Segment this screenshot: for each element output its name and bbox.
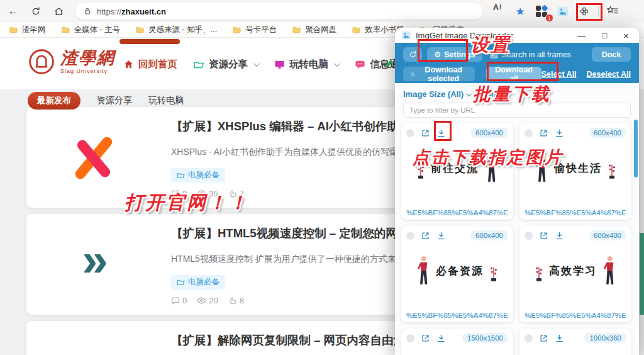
image-size-dropdown[interactable]: Image Size (All)	[403, 89, 470, 99]
download-icon[interactable]	[436, 334, 446, 343]
site-subtitle: Slag University	[60, 68, 115, 74]
folder-icon	[292, 25, 301, 35]
select-circle[interactable]	[406, 334, 414, 342]
select-circle[interactable]	[525, 232, 533, 240]
download-icon[interactable]	[436, 231, 446, 240]
folder-icon	[61, 25, 70, 35]
download-icon[interactable]	[555, 231, 564, 240]
extensions-button[interactable]: 1	[532, 3, 551, 20]
select-circle[interactable]	[525, 334, 533, 342]
image-size-badge: 1500x1500	[462, 333, 508, 343]
image-preview: 必备资源	[406, 240, 508, 301]
tab-resources[interactable]: 资源分享	[97, 95, 132, 106]
bookmark-item[interactable]: 全媒体 - 主号	[61, 25, 121, 35]
minimize-button[interactable]: —	[577, 31, 586, 40]
refresh-icon	[409, 50, 417, 59]
annotation-settings: 设置	[470, 33, 511, 58]
site-logo[interactable]: 渣學網 Slag University	[28, 48, 115, 76]
page-edge-sliver	[640, 233, 644, 315]
image-card[interactable]: 1000x360 渣學網	[519, 329, 631, 355]
popup-toolbar: ⚙Settings ✓ Search in all frames Dock Do…	[395, 43, 639, 83]
download-icon[interactable]	[555, 334, 564, 343]
red-underline-indicator	[119, 39, 180, 44]
home-button[interactable]	[49, 3, 68, 20]
bookmark-item[interactable]: 渣学网	[9, 25, 46, 35]
nav-label: 回到首页	[138, 58, 177, 71]
popup-titlebar[interactable]: ImgGet Image Downloader — □ ×	[395, 28, 639, 43]
select-circle[interactable]	[406, 232, 414, 240]
download-icon[interactable]	[436, 128, 446, 138]
close-button[interactable]: ×	[623, 31, 629, 40]
maximize-button[interactable]: □	[602, 31, 607, 40]
address-bar[interactable]: https://zhaxueit.cn	[75, 3, 483, 20]
popup-scrollbar-thumb[interactable]	[634, 120, 638, 178]
home-icon	[53, 6, 64, 17]
nav-item[interactable]: 回到首页	[123, 58, 177, 71]
image-preview: 高效学习	[525, 240, 626, 301]
imgget-icon	[401, 30, 411, 40]
nav-item[interactable]: 资源分享	[194, 58, 258, 71]
image-card[interactable]: 600x400 必备资源 %E5%BF%85%E5%A4%87%E8%B...	[401, 226, 513, 322]
download-icon[interactable]	[555, 128, 564, 138]
expand-icon[interactable]	[421, 334, 430, 343]
image-card[interactable]: 1500x1500	[401, 329, 513, 355]
nav-item[interactable]: 玩转电脑	[274, 58, 338, 71]
comments-stat: 0	[171, 296, 187, 305]
favorites-bar-button[interactable]	[603, 3, 622, 20]
category-badge[interactable]: 电脑必备	[171, 275, 225, 290]
pen-icon[interactable]	[384, 59, 394, 72]
read-aloud-waves-icon	[499, 3, 504, 11]
bookmark-item[interactable]: 灵感来源 - 知乎、...	[135, 25, 217, 35]
folder-open-icon	[177, 278, 185, 286]
puzzle-icon	[579, 6, 590, 17]
deselect-all-link[interactable]: Deselect All	[587, 70, 631, 79]
likes-stat: 8	[228, 296, 244, 305]
dock-button[interactable]: Dock	[592, 47, 631, 62]
back-button[interactable]: ←	[4, 3, 23, 20]
folder-icon	[232, 25, 242, 35]
plant-illustration	[487, 259, 500, 282]
expand-icon[interactable]	[421, 231, 430, 240]
select-all-link[interactable]: Select All	[541, 70, 577, 79]
folder-icon	[135, 25, 145, 35]
gear-icon: ⚙	[434, 50, 441, 59]
read-aloud-button[interactable]: A	[489, 3, 508, 20]
image-card[interactable]: 600x400 前往交流 %E5%BF%85%E5%A4%87%E8%B...	[401, 123, 513, 220]
image-card[interactable]: 600x400 愉快生活 %E5%BF%85%E5%A4%87%E8%B...	[519, 123, 631, 220]
select-circle[interactable]	[406, 129, 414, 137]
expand-icon[interactable]	[539, 231, 548, 240]
seal-logo-icon	[28, 48, 55, 76]
image-card[interactable]: 600x400 高效学习 %E5%BF%85%E5%A4%87%E8%B...	[519, 226, 631, 322]
rescan-button[interactable]	[403, 47, 422, 62]
image-url: %E5%BF%85%E5%A4%87%E8%B...	[406, 312, 508, 319]
expand-icon[interactable]	[539, 334, 548, 343]
bookmark-item[interactable]: 号卡平台	[232, 25, 277, 35]
download-all-button[interactable]: Download all	[486, 67, 541, 81]
expand-icon[interactable]	[421, 128, 430, 138]
bookmark-label: 号卡平台	[245, 25, 277, 35]
person-illustration	[601, 255, 618, 286]
expand-icon[interactable]	[539, 128, 548, 138]
nav-label: 玩转电脑	[289, 58, 328, 71]
comment-icon	[171, 296, 180, 305]
image-size-badge: 600x400	[589, 128, 626, 138]
annotation-click-download: 点击下载指定图片	[413, 146, 564, 169]
folder-icon	[194, 59, 204, 70]
browser-essentials-button[interactable]	[575, 3, 594, 20]
tab-computer[interactable]: 玩转电脑	[148, 95, 184, 106]
imgget-extension-button[interactable]	[553, 3, 572, 20]
select-circle[interactable]	[525, 129, 533, 137]
bookmark-item[interactable]: 聚合网盘	[292, 25, 336, 35]
image-size-badge: 1000x360	[584, 333, 626, 343]
refresh-button[interactable]	[26, 3, 45, 20]
tab-latest[interactable]: 最新发布	[28, 92, 80, 110]
image-caption: 必备资源	[436, 264, 484, 278]
bookmark-label: 渣学网	[22, 25, 46, 35]
download-selected-button[interactable]: Download selected	[403, 67, 475, 81]
plant-illustration	[606, 157, 618, 179]
imgget-popup-window: ImgGet Image Downloader — □ × ⚙Settings …	[395, 28, 639, 355]
image-url: %E5%BF%85%E5%A4%87%E8%B...	[406, 209, 508, 217]
category-badge[interactable]: 电脑必备	[171, 168, 225, 183]
site-nav: 回到首页 资源分享 玩转电脑	[123, 58, 419, 71]
favorite-star-button[interactable]: ★	[511, 3, 530, 20]
